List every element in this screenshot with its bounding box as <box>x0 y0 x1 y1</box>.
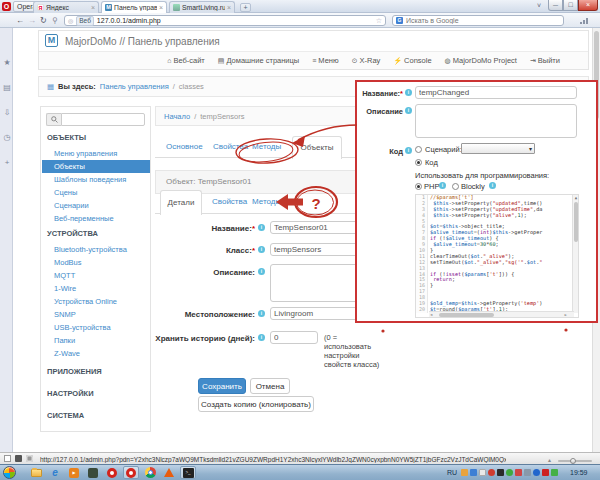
info-icon[interactable] <box>258 224 265 231</box>
web-badge[interactable]: Веб <box>76 16 94 26</box>
zoom-slider[interactable] <box>558 460 592 462</box>
browser-tab-yandex[interactable]: Яндекс × <box>33 1 99 13</box>
section-system[interactable]: СИСТЕМА <box>47 411 84 420</box>
tray-icon[interactable] <box>506 469 513 476</box>
tab-main[interactable]: Основное <box>166 142 203 151</box>
method-name-input[interactable] <box>415 86 577 99</box>
tray-icon[interactable] <box>461 469 468 476</box>
taskbar-console-active-icon[interactable] <box>180 466 196 479</box>
address-text[interactable]: 127.0.0.1/admin.php <box>97 17 161 24</box>
taskbar-opera-active-icon[interactable] <box>123 466 139 479</box>
scroll-up-icon[interactable]: ▲ <box>573 195 579 200</box>
history-icon[interactable]: ◷ <box>2 133 12 142</box>
scenario-radio[interactable] <box>415 146 422 153</box>
scrollbar-thumb[interactable] <box>439 313 494 317</box>
sidebar-item-objects[interactable]: Объекты <box>42 160 150 173</box>
info-icon[interactable] <box>405 147 412 154</box>
sidebar-item-modbus[interactable]: ModBus <box>42 256 150 269</box>
nav-xray[interactable]: ⊙X-Ray <box>352 56 381 65</box>
nav-website[interactable]: ⌂Веб-сайт <box>167 56 205 65</box>
tab-close-icon[interactable]: × <box>159 4 163 12</box>
tray-icon[interactable] <box>488 469 495 476</box>
tab-properties[interactable]: Свойства <box>213 142 248 151</box>
tab-methods[interactable]: Методы <box>252 142 281 151</box>
bookmarks-icon[interactable]: ★ <box>2 58 12 67</box>
tray-icon[interactable] <box>533 469 540 476</box>
status-page-icon[interactable] <box>4 455 11 462</box>
taskbar-media-app-icon[interactable] <box>66 466 82 479</box>
tab-close-icon[interactable]: × <box>91 4 95 12</box>
tray-icon[interactable] <box>551 469 558 476</box>
tray-icon[interactable] <box>479 469 486 476</box>
scroll-right-icon[interactable]: ► <box>565 312 567 317</box>
sidebar-item-snmp[interactable]: SNMP <box>42 308 150 321</box>
info-icon[interactable] <box>258 246 265 253</box>
sidebar-item-scenes[interactable]: Сцены <box>42 186 150 199</box>
url-field[interactable]: ◎ Веб 127.0.0.1/admin.php <box>64 15 386 26</box>
code-editor[interactable]: //$params['t'] $this->setProperty("updat… <box>415 194 579 318</box>
downloads-icon[interactable]: ⇩ <box>2 108 12 117</box>
sidebar-item-behavior-templates[interactable]: Шаблоны поведения <box>42 173 150 186</box>
method-description-textarea[interactable] <box>415 104 577 138</box>
nav-console[interactable]: ⚡Console <box>393 56 431 65</box>
taskbar-app-icon[interactable] <box>85 466 101 479</box>
add-panel-icon[interactable]: + <box>2 158 12 167</box>
taskbar-browser-icon[interactable] <box>47 466 63 479</box>
close-button[interactable] <box>578 0 598 11</box>
back-button[interactable]: ← <box>16 16 24 25</box>
browser-tab-control-panel[interactable]: Панель управления × <box>101 1 167 13</box>
nav-home-pages[interactable]: ▤Домашние страницы <box>218 56 299 65</box>
info-icon[interactable] <box>258 334 265 341</box>
tab-object-methods[interactable]: Методы <box>252 197 281 206</box>
search-input[interactable] <box>406 17 546 24</box>
taskbar-opera-icon[interactable] <box>104 466 120 479</box>
scroll-left-icon[interactable]: ◄ <box>430 312 432 317</box>
section-applications[interactable]: ПРИЛОЖЕНИЯ <box>47 367 102 376</box>
tray-icon[interactable] <box>470 469 477 476</box>
taskbar-chrome-icon[interactable] <box>142 466 158 479</box>
tab-objects-active[interactable]: Объекты <box>292 136 342 159</box>
editor-vertical-scrollbar[interactable]: ▲ <box>572 195 578 313</box>
status-turbo-icon[interactable] <box>15 455 22 462</box>
zoom-menu-icon[interactable]: ▴ <box>548 456 551 463</box>
start-button[interactable] <box>3 466 16 479</box>
sidebar-item-1wire[interactable]: 1-Wire <box>42 282 150 295</box>
tray-icon[interactable] <box>497 469 504 476</box>
tab-close-icon[interactable]: × <box>227 4 231 12</box>
section-settings[interactable]: НАСТРОЙКИ <box>47 389 94 398</box>
notes-icon[interactable]: ▤ <box>2 83 12 92</box>
language-indicator[interactable]: RU <box>447 469 457 476</box>
php-radio[interactable] <box>415 183 422 190</box>
cancel-button[interactable]: Отмена <box>250 378 290 394</box>
breadcrumb-link[interactable]: Панель управления <box>100 82 169 91</box>
sidebar-item-folders[interactable]: Папки <box>42 334 150 347</box>
tray-icon[interactable] <box>524 469 531 476</box>
tray-icon[interactable] <box>542 469 549 476</box>
bookmark-star-icon[interactable] <box>376 17 382 25</box>
taskbar-clock[interactable]: 19:59 <box>570 469 588 476</box>
editor-horizontal-scrollbar[interactable]: ◄► <box>429 311 574 317</box>
keep-history-input[interactable] <box>270 331 318 344</box>
sidebar-search-input[interactable] <box>61 113 145 126</box>
tab-list-chevron-icon[interactable] <box>537 2 541 9</box>
info-icon[interactable] <box>258 268 265 275</box>
info-icon[interactable] <box>258 310 265 317</box>
sidebar-item-control-menu[interactable]: Меню управления <box>42 147 150 160</box>
clone-button[interactable]: Создать копию (клонировать) <box>198 396 314 412</box>
tab-object-properties[interactable]: Свойства <box>212 197 247 206</box>
info-icon[interactable] <box>489 182 496 189</box>
browser-tab-smartliving[interactable]: SmartLiving.ru - Прос... × <box>169 1 235 13</box>
sidebar-item-web-variables[interactable]: Веб-переменные <box>42 212 150 225</box>
sidebar-item-zwave[interactable]: Z-Wave <box>42 347 150 360</box>
status-camera-icon[interactable] <box>26 455 33 462</box>
sidebar-item-devices-online[interactable]: Устройства Online <box>42 295 150 308</box>
taskbar-explorer-icon[interactable] <box>28 466 44 479</box>
forward-button[interactable]: → <box>28 16 36 25</box>
sidebar-item-bluetooth[interactable]: Bluetooth-устройства <box>42 243 150 256</box>
search-field[interactable] <box>392 15 564 26</box>
new-tab-button[interactable] <box>240 3 251 12</box>
info-icon[interactable] <box>405 89 412 96</box>
maximize-button[interactable] <box>563 0 578 11</box>
tray-icon[interactable] <box>515 469 522 476</box>
sidebar-item-scripts[interactable]: Сценарии <box>42 199 150 212</box>
